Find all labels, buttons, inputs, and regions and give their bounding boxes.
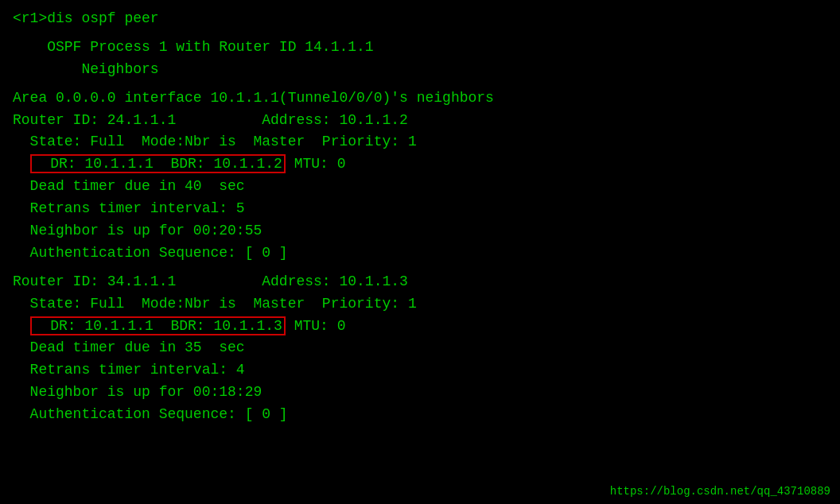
neighbor1-retrans: Retrans timer interval: 5 — [13, 198, 827, 220]
neighbor1-state: State: Full Mode:Nbr is Master Priority:… — [13, 131, 827, 153]
neighbor2-dr-line: DR: 10.1.1.1 BDR: 10.1.1.3 MTU: 0 — [13, 316, 827, 338]
neighbor2-auth: Authentication Sequence: [ 0 ] — [13, 404, 827, 426]
area-line: Area 0.0.0.0 interface 10.1.1.1(Tunnel0/… — [13, 87, 827, 110]
neighbor2-dr-highlight: DR: 10.1.1.1 BDR: 10.1.1.3 — [30, 316, 286, 335]
neighbor1-dr-line: DR: 10.1.1.1 BDR: 10.1.1.2 MTU: 0 — [13, 153, 827, 176]
prompt-line: <r1>dis ospf peer — [13, 8, 827, 30]
neighbor1-auth: Authentication Sequence: [ 0 ] — [13, 242, 827, 265]
neighbor2-mtu: MTU: 0 — [286, 318, 346, 334]
neighbors-label: Neighbors — [13, 59, 827, 81]
neighbor1-dr-highlight: DR: 10.1.1.1 BDR: 10.1.1.2 — [30, 154, 286, 173]
neighbor1-up: Neighbor is up for 00:20:55 — [13, 220, 827, 242]
neighbor1-dead-timer: Dead timer due in 40 sec — [13, 176, 827, 198]
neighbor1-mtu: MTU: 0 — [286, 156, 346, 172]
url-watermark: https://blog.csdn.net/qq_43710889 — [610, 485, 830, 498]
neighbor1-router-id: Router ID: 24.1.1.1 Address: 10.1.1.2 — [13, 110, 827, 132]
process-line: OSPF Process 1 with Router ID 14.1.1.1 — [13, 37, 827, 59]
neighbor2-state: State: Full Mode:Nbr is Master Priority:… — [13, 293, 827, 316]
neighbor2-dead-timer: Dead timer due in 35 sec — [13, 337, 827, 359]
terminal-window: <r1>dis ospf peer OSPF Process 1 with Ro… — [0, 0, 840, 504]
neighbor2-up: Neighbor is up for 00:18:29 — [13, 382, 827, 404]
neighbor2-retrans: Retrans timer interval: 4 — [13, 359, 827, 382]
neighbor2-router-id: Router ID: 34.1.1.1 Address: 10.1.1.3 — [13, 271, 827, 293]
